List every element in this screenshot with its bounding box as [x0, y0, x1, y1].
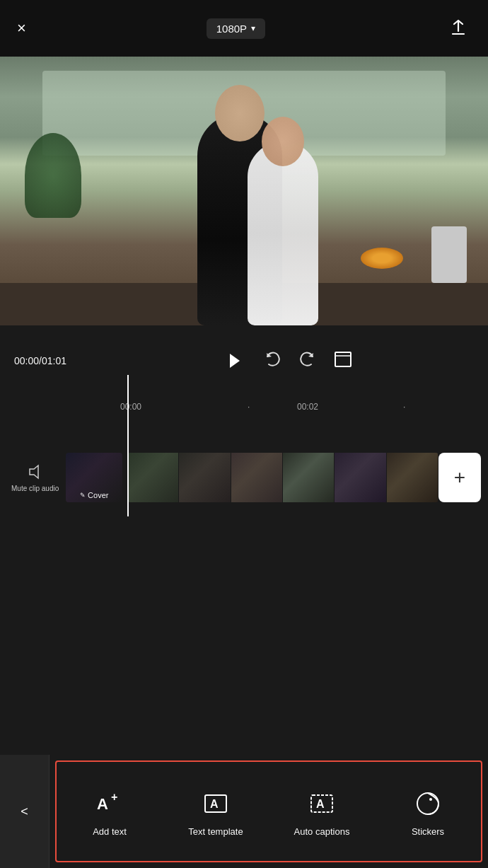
auto-captions-icon-wrap: A — [305, 787, 339, 821]
playback-buttons — [99, 348, 474, 374]
timeline-ruler: 00:00 · 00:02 · — [0, 396, 488, 417]
toolbar-tools: A + Add text A Text template A — [55, 760, 482, 862]
text-template-icon-wrap: A — [199, 787, 233, 821]
fullscreen-button[interactable] — [334, 351, 352, 371]
tool-auto-captions[interactable]: A Auto captions — [286, 787, 357, 837]
auto-captions-label: Auto captions — [294, 826, 350, 837]
current-time: 00:00 — [14, 355, 39, 366]
export-button[interactable] — [446, 16, 471, 41]
play-triangle-icon — [230, 354, 240, 368]
header: × 1080P ▾ — [0, 0, 488, 57]
add-text-icon: A + — [95, 789, 124, 818]
text-template-icon: A — [202, 789, 230, 818]
timeline-area: 00:00 · 00:02 · Mute clip audio ✎ Cover — [0, 396, 488, 538]
ruler-label-dot2: · — [403, 402, 405, 412]
timeline-tracks: Mute clip audio ✎ Cover — [0, 417, 488, 538]
upload-icon — [448, 18, 468, 38]
fruit-bowl — [361, 248, 403, 269]
play-button[interactable] — [221, 348, 246, 374]
mute-button[interactable]: Mute clip audio — [11, 462, 59, 493]
total-time: 01:01 — [42, 355, 66, 366]
ruler-label-dot1: · — [248, 402, 250, 412]
auto-captions-icon: A — [308, 789, 336, 818]
cover-text: Cover — [88, 491, 108, 499]
svg-text:+: + — [111, 791, 117, 803]
mute-icon — [25, 462, 45, 482]
svg-text:A: A — [97, 795, 108, 813]
plant-decoration — [25, 133, 81, 218]
back-arrow-icon: < — [21, 804, 28, 819]
stickers-icon-wrap — [411, 787, 445, 821]
quality-selector[interactable]: 1080P ▾ — [207, 18, 265, 39]
undo-button[interactable] — [263, 349, 281, 372]
cover-thumbnail[interactable]: ✎ Cover — [66, 453, 122, 502]
add-text-label: Add text — [93, 826, 127, 837]
figure-female — [248, 141, 318, 325]
playhead — [127, 375, 129, 516]
svg-rect-0 — [335, 352, 351, 366]
cover-label: ✎ Cover — [66, 491, 122, 499]
frame-5 — [335, 453, 386, 502]
cover-edit-icon: ✎ — [80, 492, 86, 499]
svg-text:A: A — [316, 798, 325, 810]
svg-text:A: A — [210, 798, 219, 810]
bottom-toolbar: < A + Add text A Text template — [0, 755, 488, 868]
svg-marker-1 — [30, 465, 38, 478]
svg-point-9 — [429, 798, 432, 801]
playback-controls-area: 00:00/01:01 — [0, 325, 488, 396]
tool-text-template[interactable]: A Text template — [180, 787, 251, 837]
text-template-label: Text template — [188, 826, 243, 837]
video-strip-frames — [127, 453, 438, 502]
frame-4 — [283, 453, 335, 502]
quality-label: 1080P — [216, 23, 247, 35]
undo-icon — [263, 349, 281, 368]
track-left-controls: Mute clip audio ✎ Cover — [0, 453, 127, 502]
close-button[interactable]: × — [17, 21, 26, 36]
frame-1 — [127, 453, 179, 502]
video-scene — [0, 57, 488, 325]
video-preview — [0, 57, 488, 325]
redo-icon — [298, 349, 317, 368]
add-text-icon-wrap: A + — [93, 787, 127, 821]
video-strip — [127, 453, 438, 502]
appliance — [431, 226, 467, 283]
time-display: 00:00/01:01 — [14, 355, 85, 366]
ruler-label-0: 00:00 — [120, 402, 141, 412]
redo-button[interactable] — [298, 349, 317, 372]
frame-2 — [179, 453, 231, 502]
tool-stickers[interactable]: Stickers — [393, 787, 463, 837]
add-clip-button[interactable]: + — [438, 453, 481, 502]
tool-add-text[interactable]: A + Add text — [74, 787, 145, 837]
fullscreen-icon — [334, 351, 352, 368]
ruler-label-2: 00:02 — [297, 402, 318, 412]
mute-label: Mute clip audio — [11, 485, 59, 493]
frame-3 — [231, 453, 283, 502]
chevron-down-icon: ▾ — [251, 23, 255, 33]
back-button[interactable]: < — [0, 755, 50, 868]
frame-6 — [387, 453, 438, 502]
stickers-icon — [414, 789, 442, 818]
stickers-label: Stickers — [412, 826, 444, 837]
